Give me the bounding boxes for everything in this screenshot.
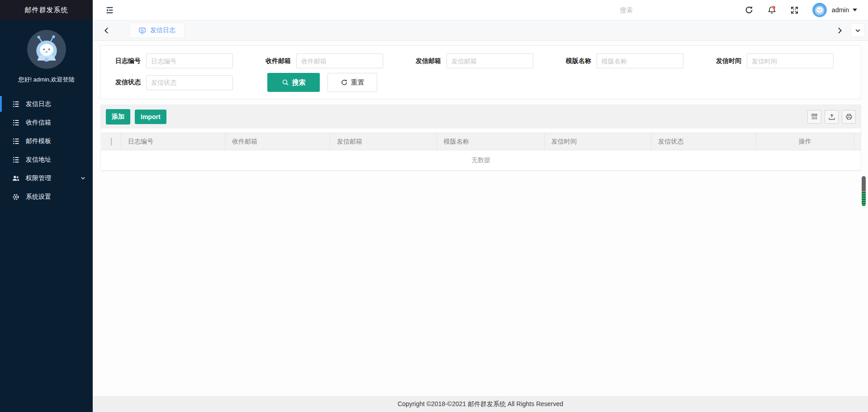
column-header-actions[interactable]: 操作 — [756, 133, 854, 150]
sidebar-item-templates[interactable]: 邮件模板 — [0, 132, 93, 150]
filter-card: 日志编号 收件邮箱 发信邮箱 模版名称 发信时间 — [100, 45, 861, 99]
table-tool-icons — [804, 110, 856, 124]
field-label: 发信时间 — [705, 57, 747, 65]
field-label: 收件邮箱 — [255, 57, 296, 65]
field-label: 模版名称 — [555, 57, 597, 65]
column-header-template-name[interactable]: 模版名称 — [437, 133, 545, 150]
field-label: 日志编号 — [104, 57, 146, 65]
import-button[interactable]: Import — [135, 110, 166, 124]
empty-row: 无数据 — [101, 150, 861, 171]
columns-toggle-icon[interactable] — [807, 110, 821, 124]
sidebar-item-label: 权限管理 — [26, 174, 51, 182]
list-icon — [12, 138, 19, 145]
sender-email-input[interactable] — [446, 53, 533, 68]
user-avatar[interactable] — [812, 3, 827, 17]
tabs-scroll-right-icon[interactable] — [836, 27, 844, 34]
filter-field-recipient-email: 收件邮箱 — [255, 53, 405, 68]
add-button[interactable]: 添加 — [106, 109, 130, 125]
tab-label: 发信日志 — [150, 26, 175, 34]
page-content: 日志编号 收件邮箱 发信邮箱 模版名称 发信时间 — [93, 41, 868, 396]
search-icon — [282, 79, 289, 86]
print-icon[interactable] — [842, 110, 856, 124]
filter-row-2: 发信状态 搜索 重置 — [104, 73, 857, 92]
top-bar-right: admin — [620, 3, 868, 17]
sidebar-item-permissions[interactable]: 权限管理 — [0, 169, 93, 187]
search-button-label: 搜索 — [292, 78, 306, 87]
tab-bar: 发信日志 — [93, 20, 868, 41]
chevron-down-icon — [81, 176, 85, 181]
tab-bar-right — [836, 24, 864, 37]
user-greeting: 您好! admin,欢迎登陆 — [0, 76, 93, 84]
table-card: 添加 Import — [100, 105, 861, 171]
recipient-email-input[interactable] — [296, 53, 383, 68]
fullscreen-icon[interactable] — [790, 6, 799, 14]
reset-button-label: 重置 — [351, 78, 365, 87]
log-id-input[interactable] — [146, 53, 233, 68]
mascot-avatar-image — [32, 34, 62, 64]
table-wrap: 日志编号 收件邮箱 发信邮箱 模版名称 发信时间 发信状态 操作 无数据 — [101, 129, 861, 171]
sidebar-menu: 发信日志 收件信箱 邮件模板 发信地址 权限管理 — [0, 95, 93, 206]
scrollbar-thumb-top — [862, 176, 866, 190]
template-name-input[interactable] — [597, 53, 683, 68]
reset-button[interactable]: 重置 — [327, 73, 377, 92]
column-header-send-time[interactable]: 发信时间 — [545, 133, 651, 150]
footer: Copyright ©2018-©2021 邮件群发系统 All Rights … — [93, 396, 868, 412]
field-label: 发信邮箱 — [405, 57, 446, 65]
reset-refresh-icon — [341, 79, 348, 86]
sidebar-item-label: 发信日志 — [26, 100, 51, 108]
list-icon — [12, 119, 19, 126]
sidebar-item-label: 发信地址 — [26, 156, 51, 164]
tab-options-chevron-icon[interactable] — [851, 24, 864, 37]
sidebar-item-settings[interactable]: 系统设置 — [0, 187, 93, 206]
sidebar-item-send-address[interactable]: 发信地址 — [0, 150, 93, 169]
app-title: 邮件群发系统 — [0, 0, 93, 20]
scrollbar-thumb-stripes — [862, 191, 866, 206]
users-icon — [12, 175, 19, 182]
filter-field-send-status: 发信状态 — [104, 75, 255, 90]
sidebar-item-send-log[interactable]: 发信日志 — [0, 95, 93, 113]
filter-field-log-id: 日志编号 — [104, 53, 255, 68]
main-area: admin 发信日志 — [93, 0, 868, 412]
table-gutter — [854, 133, 861, 150]
top-bar: admin — [93, 0, 868, 20]
sidebar-item-inbox[interactable]: 收件信箱 — [0, 113, 93, 132]
tab-send-log[interactable]: 发信日志 — [129, 23, 185, 38]
list-icon — [12, 156, 19, 163]
sidebar-collapse-icon[interactable] — [105, 5, 114, 15]
refresh-icon[interactable] — [745, 5, 754, 14]
column-header-send-status[interactable]: 发信状态 — [651, 133, 756, 150]
export-icon[interactable] — [825, 110, 839, 124]
global-search-input[interactable] — [620, 6, 717, 14]
column-header-sender-email[interactable]: 发信邮箱 — [330, 133, 437, 150]
caret-down-icon — [853, 9, 857, 11]
filter-field-template-name: 模版名称 — [555, 53, 705, 68]
notifications-bell-icon[interactable] — [767, 5, 777, 15]
scrollbar-thumb[interactable] — [862, 176, 866, 206]
copyright-text: Copyright ©2018-©2021 邮件群发系统 All Rights … — [398, 400, 563, 408]
monitor-chart-icon — [138, 27, 146, 34]
sidebar-item-label: 收件信箱 — [26, 119, 51, 127]
list-icon — [12, 101, 19, 108]
empty-state-text: 无数据 — [101, 150, 861, 171]
column-header-log-id[interactable]: 日志编号 — [121, 133, 225, 150]
log-table: 日志编号 收件邮箱 发信邮箱 模版名称 发信时间 发信状态 操作 无数据 — [101, 133, 861, 171]
filter-field-sender-email: 发信邮箱 — [405, 53, 555, 68]
filter-field-send-time: 发信时间 — [705, 53, 855, 68]
select-all-cell — [101, 133, 121, 150]
send-time-input[interactable] — [747, 53, 834, 68]
sidebar: 邮件群发系统 您好! admin,欢迎登陆 发信日志 — [0, 0, 93, 412]
table-header-row: 日志编号 收件邮箱 发信邮箱 模版名称 发信时间 发信状态 操作 — [101, 133, 861, 150]
column-header-recipient-email[interactable]: 收件邮箱 — [225, 133, 330, 150]
field-label: 发信状态 — [104, 78, 146, 86]
username-label: admin — [832, 6, 849, 14]
send-status-input[interactable] — [146, 75, 233, 90]
tabs-scroll-left-icon[interactable] — [103, 27, 110, 34]
sidebar-item-label: 系统设置 — [26, 193, 51, 201]
sidebar-avatar-wrap — [0, 30, 93, 69]
table-toolbar: 添加 Import — [101, 105, 861, 129]
select-all-checkbox[interactable] — [111, 138, 112, 146]
search-button[interactable]: 搜索 — [267, 73, 320, 92]
filter-row-1: 日志编号 收件邮箱 发信邮箱 模版名称 发信时间 — [104, 53, 857, 68]
user-menu[interactable]: admin — [832, 6, 857, 14]
notification-badge — [773, 6, 775, 9]
